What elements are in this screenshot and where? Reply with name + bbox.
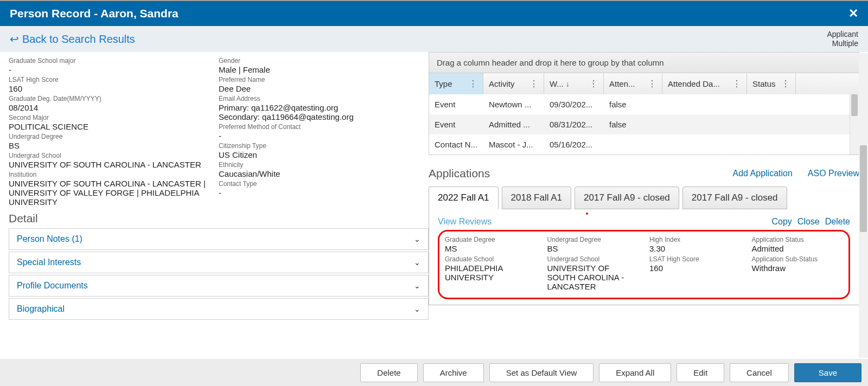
accordion-title: Special Interests — [17, 258, 81, 267]
applicant-badge-line1: Applicant — [827, 30, 858, 39]
kebab-icon[interactable]: ⋮ — [469, 79, 477, 89]
field-label: Undergrad Degree — [547, 236, 639, 243]
field-value: BS — [9, 141, 219, 150]
table-cell: Event — [429, 120, 483, 129]
tab-application[interactable]: 2018 Fall A1 — [502, 186, 572, 209]
cancel-button[interactable]: Cancel — [730, 363, 789, 382]
save-button[interactable]: Save — [794, 363, 861, 382]
sort-down-icon: ↓ — [566, 80, 570, 88]
table-cell — [604, 140, 662, 149]
copy-link[interactable]: Copy — [771, 217, 792, 227]
footer-toolbar: Delete Archive Set as Default View Expan… — [0, 359, 868, 386]
add-application-link[interactable]: Add Application — [733, 169, 793, 178]
grid-header-activity[interactable]: Activity⋮ — [483, 73, 544, 94]
field-label: Application Status — [752, 236, 844, 243]
close-link[interactable]: Close — [797, 217, 820, 227]
kebab-icon[interactable]: ⋮ — [589, 79, 598, 89]
field-value: 160 — [9, 84, 219, 93]
set-default-view-button[interactable]: Set as Default View — [489, 363, 594, 382]
field-label: Institution — [9, 171, 219, 178]
field-label: Ethnicity — [219, 161, 429, 169]
grid-header-status[interactable]: Status⋮ — [747, 73, 796, 94]
table-row[interactable]: EventAdmitted ...08/31/202...false — [429, 114, 859, 134]
grid-header-type[interactable]: Type⋮ — [429, 73, 483, 94]
accordion-title: Biographical — [17, 304, 65, 314]
table-cell: 05/16/202... — [544, 140, 604, 149]
field-value: UNIVERSITY OF SOUTH CAROLINA - LANCASTER — [9, 160, 219, 169]
expand-all-button[interactable]: Expand All — [599, 363, 671, 382]
field-label: Graduate Deg. Date(MM/YYYY) — [9, 95, 219, 102]
accordion-header[interactable]: Person Notes (1)⌄ — [9, 229, 428, 249]
accordion-header[interactable]: Profile Documents⌄ — [9, 275, 428, 296]
accordion-header[interactable]: Biographical⌄ — [9, 299, 428, 319]
table-cell: false — [604, 100, 662, 109]
field-value: - — [219, 188, 429, 197]
field-label: Undergrad Degree — [9, 133, 219, 140]
view-reviews-link[interactable]: View Reviews — [438, 217, 492, 227]
field-label: Email Address — [219, 95, 429, 102]
field-value: - — [9, 65, 219, 74]
field-value: Admitted — [752, 244, 844, 253]
kebab-icon[interactable]: ⋮ — [781, 79, 790, 89]
delete-link[interactable]: Delete — [825, 217, 850, 227]
aso-preview-link[interactable]: ASO Preview — [808, 169, 859, 178]
tab-application[interactable]: 2017 Fall A9 - closed — [575, 186, 679, 209]
field-value: POLITICAL SCIENCE — [9, 122, 219, 131]
archive-button[interactable]: Archive — [423, 363, 484, 382]
scrollbar-thumb[interactable] — [860, 145, 867, 232]
left-panel: Graduate School major-LSAT High Score160… — [0, 52, 429, 351]
table-cell: Contact N... — [429, 140, 483, 149]
back-to-results-link[interactable]: ↩ Back to Search Results — [10, 33, 135, 46]
table-cell — [662, 100, 747, 109]
kebab-icon[interactable]: ⋮ — [732, 79, 741, 89]
accordion-header[interactable]: Special Interests⌄ — [9, 252, 428, 273]
field-label: Undergrad School — [9, 152, 219, 159]
grid-group-hint[interactable]: Drag a column header and drop it here to… — [429, 52, 859, 73]
application-tab-panel: View Reviews Copy Close Delete Graduate … — [429, 209, 859, 305]
back-link-label: Back to Search Results — [22, 33, 135, 46]
field-label: Gender — [219, 57, 429, 65]
grid-scrollbar[interactable] — [850, 94, 859, 155]
table-cell: Mascot - J... — [483, 140, 544, 149]
field-label: Contact Type — [219, 180, 429, 188]
table-row[interactable]: Contact N...Mascot - J...05/16/202... — [429, 134, 859, 155]
edit-button[interactable]: Edit — [676, 363, 724, 382]
field-value: PHILADELPHIA UNIVERSITY — [445, 263, 537, 282]
field-label: High Index — [649, 236, 741, 243]
kebab-icon[interactable]: ⋮ — [529, 79, 538, 89]
grid-header-attended-date[interactable]: Attended Da...⋮ — [662, 73, 747, 94]
accordion-title: Person Notes (1) — [17, 234, 82, 244]
table-cell: false — [604, 120, 662, 129]
tab-application[interactable]: 2022 Fall A1 — [429, 186, 499, 209]
field-label: Graduate School major — [9, 57, 219, 65]
page-scrollbar[interactable] — [859, 53, 868, 358]
close-icon[interactable]: ✕ — [848, 7, 858, 21]
page-title: Person Record - Aaron, Sandra — [10, 7, 178, 20]
table-cell — [662, 120, 747, 129]
table-row[interactable]: EventNewtown ...09/30/202...false — [429, 94, 859, 114]
field-label: Preferred Method of Contact — [219, 123, 429, 131]
kebab-icon[interactable]: ⋮ — [648, 79, 656, 89]
grid-header-when[interactable]: W...↓⋮ — [544, 73, 604, 94]
field-value: MS — [445, 244, 537, 253]
table-cell — [747, 140, 796, 149]
grid-header-row: Type⋮ Activity⋮ W...↓⋮ Atten...⋮ Attende… — [429, 73, 859, 94]
field-value: BS — [547, 244, 639, 253]
title-bar: Person Record - Aaron, Sandra ✕ — [0, 0, 868, 26]
sub-bar: ↩ Back to Search Results Applicant Multi… — [0, 26, 868, 52]
field-value: UNIVERSITY OF SOUTH CAROLINA - LANCASTER… — [9, 179, 219, 207]
grid-header-attended[interactable]: Atten...⋮ — [604, 73, 662, 94]
delete-button[interactable]: Delete — [360, 363, 417, 382]
field-value: Male | Female — [219, 65, 429, 74]
grid-body: EventNewtown ...09/30/202...falseEventAd… — [429, 94, 859, 155]
field-value: 160 — [649, 263, 741, 273]
field-label: LSAT High Score — [9, 76, 219, 83]
tab-application[interactable]: 2017 Fall A9 - closed — [682, 186, 787, 209]
right-panel: Drag a column header and drop it here to… — [429, 52, 868, 351]
field-value: Primary: qa11622@qatesting.org Secondary… — [219, 103, 429, 121]
table-cell: 09/30/202... — [544, 100, 604, 109]
field-value: 08/2014 — [9, 103, 219, 112]
scrollbar-thumb[interactable] — [851, 94, 858, 116]
chevron-down-icon: ⌄ — [414, 258, 420, 267]
chevron-down-icon: ⌄ — [414, 305, 420, 313]
